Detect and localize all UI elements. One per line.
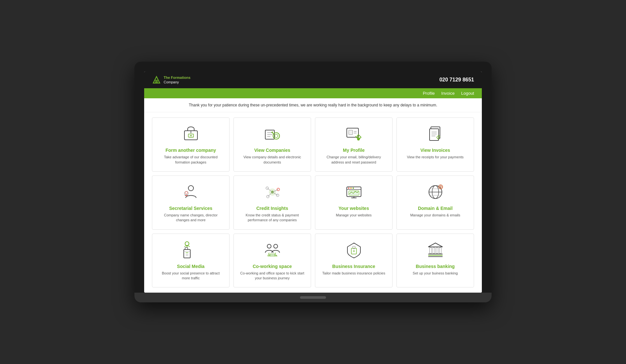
credit-insights-title: Credit Insights	[256, 206, 288, 211]
svg-point-71	[274, 244, 278, 248]
profile-nav-link[interactable]: Profile	[423, 91, 435, 96]
svg-point-13	[275, 134, 278, 138]
svg-point-32	[185, 191, 188, 194]
view-companies-icon	[263, 124, 282, 144]
form-another-company-desc: Take advantage of our discounted formati…	[157, 155, 224, 165]
view-companies-title: View Companies	[254, 148, 290, 153]
card-form-another-company[interactable]: Form another company Take advantage of o…	[152, 117, 230, 172]
card-business-banking[interactable]: Business banking Set up your buiness ban…	[396, 234, 474, 288]
social-media-title: Social Media	[177, 264, 205, 269]
card-domain-email[interactable]: Domain & Email Manage your domains & ema…	[396, 176, 474, 230]
logo-area: The Formations Company	[152, 75, 191, 85]
svg-rect-17	[349, 130, 353, 135]
co-working-desc: Co-working and office space to kick star…	[239, 271, 306, 281]
svg-marker-76	[428, 243, 443, 247]
secretarial-services-icon	[181, 182, 201, 202]
svg-point-48	[353, 188, 354, 189]
card-view-companies[interactable]: View Companies View company details and …	[233, 117, 311, 172]
logo-icon	[152, 75, 161, 84]
my-profile-icon	[344, 124, 364, 144]
navbar: Profile Invoice Logout	[144, 88, 482, 98]
domain-email-desc: Manage your domains & emails	[410, 213, 460, 218]
form-another-company-title: Form another company	[166, 148, 216, 153]
svg-point-68	[185, 242, 189, 246]
phone-number: 020 7129 8651	[439, 77, 474, 83]
card-secretarial-services[interactable]: Secretarial Services Company name change…	[152, 176, 230, 230]
svg-point-70	[267, 244, 271, 248]
view-invoices-title: View Invoices	[420, 148, 450, 153]
card-business-insurance[interactable]: Business Insurance Tailor made business …	[315, 234, 393, 288]
view-invoices-icon	[426, 124, 445, 144]
card-my-profile[interactable]: My Profile Change your email, billing/de…	[315, 117, 393, 172]
card-view-invoices[interactable]: View Invoices View the receipts for your…	[396, 117, 474, 172]
my-profile-desc: Change your email, billing/delivery addr…	[320, 155, 387, 165]
business-insurance-icon	[344, 240, 364, 260]
secretarial-services-desc: Company name changes, director changes a…	[157, 213, 224, 223]
credit-insights-desc: Know the credit status & payment perform…	[239, 213, 306, 223]
svg-rect-80	[436, 248, 438, 253]
services-grid: Form another company Take advantage of o…	[144, 112, 482, 293]
svg-rect-79	[433, 248, 435, 253]
card-co-working[interactable]: Co-working space Co-working and office s…	[233, 234, 311, 288]
domain-email-icon	[426, 182, 445, 202]
svg-rect-74	[353, 246, 355, 249]
business-banking-title: Business banking	[416, 264, 455, 269]
svg-point-47	[350, 188, 352, 189]
domain-email-title: Domain & Email	[418, 206, 453, 211]
announcement-banner: Thank you for your patience during these…	[144, 98, 482, 112]
svg-rect-81	[439, 248, 441, 253]
svg-rect-62	[184, 249, 190, 258]
your-websites-icon	[344, 182, 364, 202]
form-another-company-icon	[181, 124, 201, 144]
card-social-media[interactable]: Social Media Boost your social presence …	[152, 234, 230, 288]
svg-point-46	[348, 188, 349, 189]
svg-point-43	[267, 195, 269, 198]
card-your-websites[interactable]: Your websites Manage your websites	[315, 176, 393, 230]
svg-rect-33	[185, 195, 188, 196]
co-working-title: Co-working space	[253, 264, 292, 269]
business-banking-icon	[426, 240, 445, 260]
svg-line-14	[272, 133, 274, 134]
laptop-notch	[300, 296, 326, 299]
your-websites-title: Your websites	[339, 206, 369, 211]
svg-rect-72	[270, 254, 275, 256]
card-credit-insights[interactable]: Credit Insights Know the credit status &…	[233, 176, 311, 230]
secretarial-services-title: Secretarial Services	[169, 206, 212, 211]
your-websites-desc: Manage your websites	[336, 213, 371, 218]
view-companies-desc: View company details and electronic docu…	[239, 155, 306, 165]
svg-point-75	[353, 250, 355, 252]
social-media-desc: Boost your social presence to attract mo…	[157, 271, 224, 281]
brand-name: The Formations Company	[164, 75, 191, 85]
my-profile-title: My Profile	[343, 148, 365, 153]
svg-rect-26	[430, 129, 439, 140]
social-media-icon	[181, 240, 201, 260]
svg-rect-78	[430, 248, 432, 253]
co-working-icon	[263, 240, 282, 260]
svg-rect-1	[155, 80, 158, 83]
credit-insights-icon	[263, 182, 282, 202]
business-insurance-desc: Tailor made business insurance policies	[322, 271, 385, 276]
logout-nav-link[interactable]: Logout	[461, 91, 474, 96]
view-invoices-desc: View the receipts for your payments	[407, 155, 464, 160]
business-banking-desc: Set up your buiness banking	[413, 271, 458, 276]
header: The Formations Company 020 7129 8651	[144, 71, 482, 89]
svg-point-30	[188, 186, 194, 191]
invoice-nav-link[interactable]: Invoice	[441, 91, 455, 96]
business-insurance-title: Business Insurance	[332, 264, 375, 269]
